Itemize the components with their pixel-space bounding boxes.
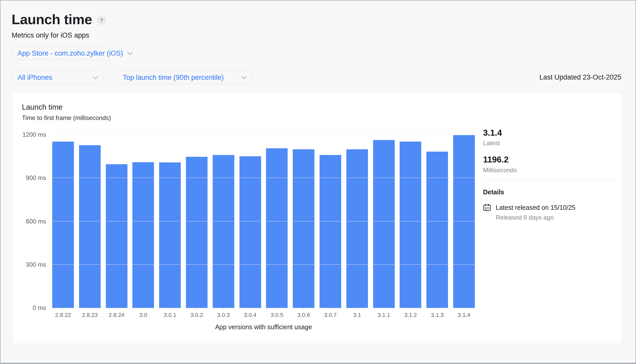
bar-2.8.24[interactable] [106, 164, 127, 308]
x-tick [237, 308, 264, 310]
bar-slot-3.1.3 [424, 135, 451, 308]
bar-slot-3.0.7 [317, 135, 344, 308]
x-tick [76, 308, 103, 310]
x-tick [103, 308, 130, 310]
latest-metric-value: 1196.2 [483, 155, 613, 164]
calendar-icon [483, 204, 491, 212]
bar-series [50, 135, 477, 308]
details-title: Details [483, 188, 613, 196]
latest-version-label: Latest [483, 140, 613, 147]
x-axis-label-3.0.4: 3.0.4 [237, 312, 264, 318]
card-subtitle: Time to first frame (milliseconds) [22, 114, 111, 122]
bar-slot-3.0.3 [210, 135, 237, 308]
release-date-text: Latest released on 15/10/25 [496, 204, 575, 211]
bar-2.8.23[interactable] [79, 145, 101, 308]
metric-selector-value: Top launch time (90th percentile) [123, 74, 224, 82]
device-selector-value: All iPhones [18, 74, 52, 82]
gridline-900 [50, 178, 477, 178]
x-tick [371, 308, 397, 310]
bar-3.0.5[interactable] [266, 148, 288, 308]
y-axis-tick-label: 600 ms [8, 218, 46, 225]
launch-time-card: Launch time Time to first frame (millise… [13, 92, 622, 344]
x-tick [451, 308, 477, 310]
x-axis-label-2.8.24: 2.8.24 [103, 312, 130, 318]
bar-slot-3.1.2 [397, 135, 424, 308]
page-title: Launch time [12, 12, 92, 27]
x-tick [157, 308, 183, 310]
x-axis-label-3.0: 3.0 [130, 312, 157, 318]
x-axis-ticks [50, 308, 477, 310]
latest-metric-label: Milliseconds [483, 167, 613, 174]
bar-slot-3.0.6 [290, 135, 317, 308]
x-axis-label-3.0.2: 3.0.2 [183, 312, 210, 318]
x-tick [50, 308, 76, 310]
app-window: Launch time ? Metrics only for iOS apps … [0, 0, 636, 364]
summary-panel: 3.1.4 Latest 1196.2 Milliseconds Details [483, 128, 613, 221]
x-tick [264, 308, 290, 310]
bar-slot-3.0 [130, 135, 157, 308]
bar-3.0.2[interactable] [186, 157, 208, 308]
x-axis-label-3.0.7: 3.0.7 [317, 312, 344, 318]
x-tick [290, 308, 317, 310]
gridline-1200 [50, 134, 477, 135]
x-axis-caption: App versions with sufficient usage [50, 323, 477, 331]
chevron-down-icon [93, 76, 98, 79]
last-updated-text: Last Updated 23-Oct-2025 [539, 73, 621, 81]
x-tick [424, 308, 451, 310]
x-axis-label-2.8.23: 2.8.23 [76, 312, 103, 318]
bar-3.0[interactable] [132, 162, 154, 308]
app-selector-dropdown[interactable]: App Store - com.zoho.zylker (iOS) [12, 47, 111, 60]
bar-3.0.4[interactable] [239, 156, 261, 308]
x-axis-label-2.8.22: 2.8.22 [50, 312, 76, 318]
y-axis-tick-label: 0 ms [8, 304, 46, 312]
footer-strip [1, 359, 635, 363]
x-tick [130, 308, 157, 310]
x-axis-label-3.1.2: 3.1.2 [397, 312, 424, 318]
bar-slot-2.8.22 [50, 135, 76, 308]
x-tick [344, 308, 371, 310]
x-axis-label-3.1.1: 3.1.1 [371, 312, 397, 318]
x-axis-label-3.1.4: 3.1.4 [451, 312, 477, 318]
help-icon-glyph: ? [100, 17, 103, 23]
x-tick [397, 308, 424, 310]
chevron-down-icon [241, 76, 247, 79]
bar-slot-3.1 [344, 135, 371, 308]
bar-3.1.1[interactable] [373, 140, 395, 308]
x-tick [317, 308, 344, 310]
x-tick [210, 308, 237, 310]
app-selector-value: App Store - com.zoho.zylker (iOS) [18, 49, 123, 57]
y-axis-tick-label: 300 ms [8, 261, 46, 268]
bar-3.1[interactable] [346, 149, 368, 308]
bar-3.0.1[interactable] [159, 162, 181, 308]
bar-slot-3.0.2 [183, 135, 210, 308]
device-selector-dropdown[interactable]: All iPhones [12, 71, 104, 84]
card-title: Launch time [22, 103, 63, 111]
gridline-300 [50, 264, 477, 265]
panel-divider [483, 180, 613, 181]
bar-chart-plot-area: 0 ms300 ms600 ms900 ms1200 ms [50, 135, 477, 308]
x-axis-label-3.0.3: 3.0.3 [210, 312, 237, 318]
bar-3.1.2[interactable] [400, 142, 421, 308]
gridline-600 [50, 221, 477, 221]
bar-slot-3.0.1 [157, 135, 183, 308]
help-icon[interactable]: ? [97, 15, 106, 25]
bar-2.8.22[interactable] [52, 142, 74, 308]
latest-version-value: 3.1.4 [483, 128, 613, 137]
bar-slot-2.8.24 [103, 135, 130, 308]
y-axis-tick-label: 1200 ms [8, 131, 46, 138]
bar-3.1.3[interactable] [426, 152, 448, 308]
metric-selector-dropdown[interactable]: Top launch time (90th percentile) [117, 71, 253, 84]
release-detail-row: Latest released on 15/10/25 Released 9 d… [483, 204, 613, 221]
bar-3.1.4[interactable] [453, 135, 475, 308]
x-axis-label-3.1.3: 3.1.3 [424, 312, 451, 318]
x-axis-label-3.1: 3.1 [344, 312, 371, 318]
x-axis-label-3.0.1: 3.0.1 [157, 312, 183, 318]
page-subtitle: Metrics only for iOS apps [12, 31, 89, 39]
bar-slot-2.8.23 [76, 135, 103, 308]
x-axis-labels: 2.8.222.8.232.8.243.03.0.13.0.23.0.33.0.… [50, 312, 477, 318]
x-axis-label-3.0.5: 3.0.5 [264, 312, 290, 318]
y-axis-tick-label: 900 ms [8, 174, 46, 182]
bar-slot-3.1.4 [451, 135, 477, 308]
bar-slot-3.1.1 [371, 135, 397, 308]
bar-3.0.6[interactable] [293, 149, 314, 308]
